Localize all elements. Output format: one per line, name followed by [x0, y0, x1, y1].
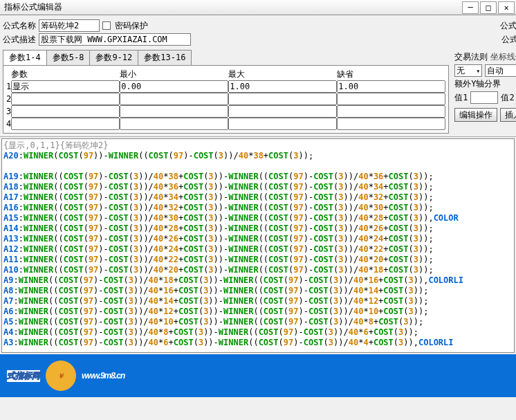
- code-line: [3, 161, 513, 172]
- form-area: 公式名称 密码保护 公式类型 股海网WWW.GU 画线方法 副图 公式描述 公式…: [0, 15, 516, 137]
- code-editor[interactable]: {显示,0,1,1}{筹码乾坤2} A20:WINNER(COST(97))-W…: [1, 138, 515, 353]
- edit-op-button[interactable]: 编辑操作: [454, 108, 497, 122]
- code-line: A18:WINNER((COST(97)-COST(3))/40*36+COST…: [3, 182, 513, 192]
- code-line: A10:WINNER((COST(97)-COST(3))/40*20+COST…: [3, 265, 513, 275]
- code-line: A19:WINNER((COST(97)-COST(3))/40*38+COST…: [3, 172, 513, 182]
- code-line: A6:WINNER((COST(97)-COST(3))/40*12+COST(…: [3, 307, 513, 317]
- tab-params-13-16[interactable]: 参数13-16: [138, 50, 192, 65]
- label-pwd: 密码保护: [115, 20, 148, 32]
- code-line: A14:WINNER((COST(97)-COST(3))/40*28+COST…: [3, 223, 513, 234]
- tab-params-5-8[interactable]: 参数5-8: [46, 50, 91, 65]
- insert-fn-button[interactable]: 插入函数: [500, 108, 516, 122]
- code-line: A5:WINNER((COST(97)-COST(3))/40*10+COST(…: [3, 317, 513, 327]
- p4-name[interactable]: [11, 118, 120, 130]
- param-row: 4: [6, 118, 445, 130]
- code-line: A9:WINNER((COST(97)-COST(3))/40*18+COST(…: [3, 275, 513, 286]
- code-line: A15:WINNER((COST(97)-COST(3))/40*30+COST…: [3, 213, 513, 223]
- footer-cn-text: 式指标网: [7, 370, 40, 382]
- param-row: 1: [6, 80, 445, 93]
- coin-icon: ¥: [46, 360, 76, 391]
- tab-params-9-12[interactable]: 参数9-12: [89, 50, 138, 65]
- code-line: A4:WINNER((COST(97)-COST(3))/40*8+COST(3…: [3, 327, 513, 338]
- label-ver: 公式版本: [501, 34, 516, 46]
- code-line: A11:WINNER((COST(97)-COST(3))/40*22+COST…: [3, 255, 513, 265]
- p2-name[interactable]: [11, 93, 120, 105]
- code-header: {显示,0,1,1}{筹码乾坤2}: [3, 140, 513, 151]
- code-line: A20:WINNER(COST(97))-WINNER((COST(97)-CO…: [3, 151, 513, 161]
- rule-select[interactable]: 无: [454, 64, 482, 77]
- auto-select[interactable]: 自动: [485, 64, 516, 77]
- maximize-button[interactable]: □: [480, 1, 497, 14]
- p1-def[interactable]: [337, 80, 445, 93]
- v1-field[interactable]: [470, 91, 498, 104]
- params-grid: 参数 最小 最大 缺省 1 2 3 4: [3, 65, 449, 134]
- close-button[interactable]: ✕: [498, 1, 515, 14]
- formula-name-field[interactable]: [39, 19, 100, 32]
- code-line: A3:WINNER((COST(97)-COST(3))/40*6+COST(3…: [3, 338, 513, 348]
- p1-name[interactable]: [11, 80, 120, 93]
- p3-name[interactable]: [11, 105, 120, 118]
- param-tabs: 参数1-4 参数5-8 参数9-12 参数13-16: [3, 50, 449, 65]
- code-line: A8:WINNER((COST(97)-COST(3))/40*16+COST(…: [3, 286, 513, 296]
- window-title: 指标公式编辑器: [1, 1, 461, 13]
- pwd-checkbox[interactable]: [102, 21, 111, 30]
- code-line: A12:WINNER((COST(97)-COST(3))/40*24+COST…: [3, 244, 513, 255]
- param-row: 3: [6, 105, 445, 118]
- code-line: A7:WINNER((COST(97)-COST(3))/40*14+COST(…: [3, 296, 513, 307]
- code-line: A13:WINNER((COST(97)-COST(3))/40*26+COST…: [3, 234, 513, 244]
- tab-params-1-4[interactable]: 参数1-4: [3, 50, 47, 65]
- param-row: 2: [6, 93, 445, 105]
- code-line: A17:WINNER((COST(97)-COST(3))/40*34+COST…: [3, 192, 513, 203]
- titlebar: 指标公式编辑器 ─ □ ✕: [0, 0, 516, 15]
- p1-min[interactable]: [120, 80, 228, 93]
- label-extra-y: 额外Y轴分界: [454, 78, 501, 90]
- footer-banner: 式指标网 ¥ www.9m8.cn: [0, 354, 516, 397]
- label-type: 公式类型: [500, 20, 516, 32]
- label-desc: 公式描述: [3, 34, 36, 46]
- coord-hint: 坐标线位置,最多6个,用分号分隔: [490, 51, 516, 63]
- minimize-button[interactable]: ─: [462, 1, 479, 14]
- footer-url: www.9m8.cn: [82, 371, 125, 381]
- label-formula-name: 公式名称: [3, 20, 36, 32]
- code-line: A16:WINNER((COST(97)-COST(3))/40*32+COST…: [3, 203, 513, 213]
- p1-max[interactable]: [228, 80, 337, 93]
- label-rule: 交易法则: [454, 51, 488, 63]
- desc-field[interactable]: [39, 33, 191, 46]
